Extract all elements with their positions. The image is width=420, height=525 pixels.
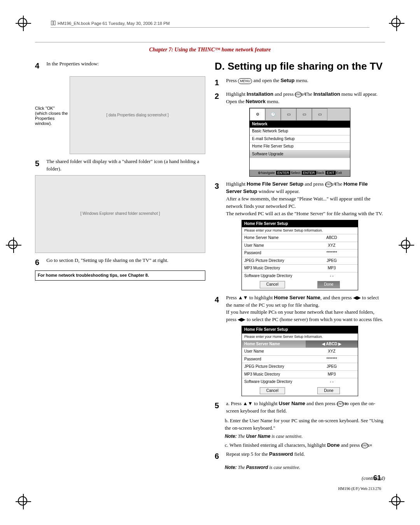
t: is case sensitive. — [268, 465, 300, 470]
t: XYZ — [306, 348, 358, 355]
step-num-6: 6 — [35, 257, 45, 268]
doc-header-text: HM196_EN.book Page 61 Tuesday, May 30, 2… — [58, 21, 170, 26]
t: and then press — [305, 400, 337, 406]
t: MP3 — [306, 371, 358, 378]
t: Installation — [313, 91, 340, 97]
t: JPEG — [306, 257, 358, 265]
t: Home File Server Setup — [242, 220, 358, 228]
section-heading: D. Setting up file sharing on the TV — [215, 60, 385, 72]
t: ******* — [306, 249, 358, 257]
r-step-2: Highlight Installation and press ENTER. … — [226, 91, 385, 105]
t: Password — [242, 249, 306, 257]
t: and press — [273, 91, 295, 97]
r-step-num-4: 4 — [215, 294, 225, 306]
t: Open the — [226, 98, 246, 104]
right-column: D. Setting up file sharing on the TV 1 P… — [215, 60, 385, 482]
r-step-1: Press MENU and open the Setup menu. — [226, 77, 385, 84]
network-menu-screenshot: ⚙ 🕐 ▭ ▭ ▭ Network Basic Network Setup E-… — [249, 108, 350, 177]
t: Note: — [225, 465, 237, 470]
t: After a few moments, the message "Please… — [226, 196, 370, 209]
t: MP3 Music Directory — [242, 371, 306, 378]
t: XYZ — [306, 242, 358, 249]
t: If you have multiple PCs on your home ne… — [226, 309, 383, 322]
t: ******* — [306, 356, 358, 363]
reg-mark-br — [385, 490, 408, 513]
t: Please enter your Home Server Setup Info… — [242, 227, 358, 234]
t: ◀ ABCD ▶ — [306, 341, 358, 348]
t: and press — [303, 181, 325, 187]
menu-key-icon: MENU — [238, 78, 252, 84]
step-num-5: 5 — [35, 158, 45, 169]
continued-label: (continued) — [215, 475, 385, 482]
t: Password — [246, 465, 268, 470]
t: Software Upgrade Directory — [242, 378, 306, 386]
t: Home Server Name — [274, 295, 320, 300]
done-button: Done — [317, 281, 340, 288]
r-step-5b: b. Enter the User Name for your PC using… — [225, 417, 385, 432]
t: ABCD — [326, 342, 337, 346]
t: User Name — [279, 400, 305, 406]
footer-text: HM196 (E/F) Web 213:276 — [338, 486, 381, 491]
tip-box: For home network troubleshooting tips, s… — [35, 270, 205, 281]
r-step-4: Press ▲▼ to highlight Home Server Name, … — [226, 294, 385, 323]
tab-icon: ▭ — [312, 108, 327, 121]
t: The networked PC will act as the "Home S… — [226, 211, 383, 216]
nav-bar: ⊕Navigate ENTERSelect ENTERBack EXITExit — [250, 170, 350, 176]
step-4-text: In the Properties window: — [46, 60, 205, 68]
cancel-button: Cancel — [260, 387, 285, 395]
reg-mark-tl — [12, 12, 35, 35]
enter-key-icon: ENTER — [337, 401, 344, 407]
t: . The — [302, 91, 313, 97]
t: Note: — [225, 434, 237, 439]
t: Back — [317, 171, 324, 175]
t: Highlight — [226, 91, 247, 97]
t: menu will appear. — [340, 91, 378, 97]
r-step-5: a. Press ▲▼ to highlight User Name and t… — [226, 400, 385, 415]
enter-key-icon: ENTER — [325, 182, 332, 187]
done-button: Done — [317, 387, 340, 395]
tab-icon: ▭ — [281, 108, 296, 121]
callout-ok: Click "OK" (which closes the Properties … — [35, 106, 68, 126]
step-6-text: Go to section D, "Setting up file sharin… — [46, 257, 205, 264]
t: ABCD — [306, 234, 358, 242]
t: Navigate — [261, 171, 275, 175]
t: field. — [293, 451, 305, 457]
explorer-screenshot: [ Windows Explorer shared folder screens… — [35, 175, 205, 253]
t: Press ▲▼ to highlight — [226, 295, 274, 300]
t: - - — [306, 378, 358, 386]
menu-item: Basic Network Setup — [250, 128, 350, 135]
network-label: Network — [250, 121, 350, 128]
t: - - — [306, 272, 358, 280]
t: Select — [290, 171, 300, 175]
t: User Name — [242, 348, 306, 355]
r-step-num-6: 6 — [215, 451, 225, 462]
reg-mark-bl — [12, 490, 35, 513]
menu-item: Home File Server Setup — [250, 143, 350, 151]
r-step-num-2: 2 — [215, 91, 225, 102]
t: Highlight — [226, 181, 247, 187]
step-5-text: The shared folder will display with a "s… — [46, 158, 205, 173]
menu-item: E-mail Scheduling Setup — [250, 135, 350, 143]
t: Password — [242, 356, 306, 363]
t: Home Server Name — [242, 234, 306, 242]
r-step-6: Repeat step 5 for the Password field. — [226, 451, 385, 458]
note-2: Note: The Password is case sensitive. — [225, 464, 385, 471]
t: Installation — [247, 91, 273, 97]
t: menu. — [266, 98, 279, 104]
enter-key-icon: ENTER — [295, 92, 302, 97]
t: Setup — [280, 77, 294, 83]
r-step-5c: c. When finished entering all characters… — [225, 442, 385, 449]
t: c. When finished entering all characters… — [225, 442, 327, 448]
page-number: 61 — [373, 474, 381, 482]
t: Exit — [336, 171, 342, 175]
tab-icon: ▭ — [296, 108, 312, 121]
r-step-num-3: 3 — [215, 181, 225, 192]
t: JPEG — [306, 363, 358, 370]
setup-table-1: Home File Server Setup Please enter your… — [242, 220, 358, 290]
t: The — [237, 465, 246, 470]
t: Home File Server Setup — [247, 181, 303, 187]
t: . — [368, 442, 369, 448]
t: and open the — [252, 77, 280, 83]
t: and press — [340, 442, 361, 448]
enter-key-icon: ENTER — [361, 443, 368, 448]
